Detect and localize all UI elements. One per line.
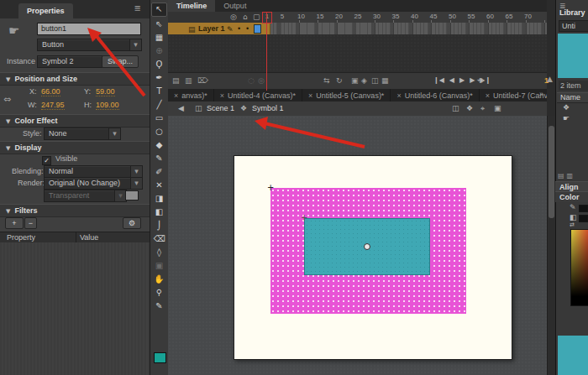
symbol-type-dropdown[interactable]: Button ▾ <box>37 39 142 51</box>
onion-markers-icon[interactable]: ◈ <box>361 76 367 85</box>
style-dropdown[interactable]: None ▾ <box>44 128 121 140</box>
bone-tool[interactable]: ✕ <box>152 179 166 191</box>
edit-multiple-frames-icon[interactable]: ◫ <box>371 76 379 85</box>
show-hide-column-icon[interactable]: ◎ <box>230 13 237 21</box>
library-item-symbol[interactable]: ❖ <box>557 102 588 113</box>
tab-properties[interactable]: Properties <box>18 3 73 18</box>
color-picker-gradient[interactable] <box>570 229 588 306</box>
ink-bottle-tool[interactable]: ◧ <box>152 206 166 218</box>
paint-bucket-tool[interactable]: ◨ <box>152 192 166 205</box>
line-tool[interactable]: ╱ <box>152 98 166 111</box>
edit-symbols-icon[interactable]: ❖ <box>466 102 473 116</box>
breadcrumb-symbol[interactable]: Symbol 1 <box>252 102 284 116</box>
next-frame-icon[interactable]: ▶ <box>470 76 475 84</box>
frame-view-icon[interactable]: ▦ <box>381 76 389 85</box>
document-tab-untitled-4-canvas-[interactable]: ×Untitled-4 (Canvas)* <box>214 89 302 102</box>
tab-output[interactable]: Output <box>215 0 255 12</box>
eraser-tool[interactable]: ⌫ <box>152 232 166 245</box>
loop-range-icon[interactable]: ⇆ <box>323 76 330 85</box>
w-value[interactable]: 247.95 <box>41 101 65 110</box>
timeline-frame-ruler[interactable]: 1510152025303540455055606570 <box>262 12 547 23</box>
swap-button[interactable]: Swap... <box>102 55 139 68</box>
scrollbar-thumb[interactable] <box>549 126 554 218</box>
instance-name-input[interactable]: button1 <box>37 23 141 35</box>
swap-colors-icon[interactable]: ⇄ <box>570 221 575 228</box>
new-layer-icon[interactable]: ▤ <box>172 76 180 85</box>
tab-timeline[interactable]: Timeline <box>168 0 215 12</box>
section-color-effect[interactable]: ▼Color Effect <box>0 114 150 128</box>
color-panel-header[interactable]: Color <box>555 191 588 202</box>
close-tab-icon[interactable]: × <box>486 91 490 100</box>
breadcrumb-scene[interactable]: Scene 1 <box>207 102 234 116</box>
oval-tool[interactable]: ○ <box>152 125 166 138</box>
stroke-color-swatch[interactable] <box>579 205 588 212</box>
y-value[interactable]: 59.00 <box>96 87 115 96</box>
render-dropdown[interactable]: Original (No Change) ▾ <box>44 177 143 190</box>
lock-column-icon[interactable]: ⌂ <box>243 13 248 21</box>
panel-menu-icon[interactable]: ≣ <box>134 3 141 13</box>
play-icon[interactable]: ▶ <box>459 76 465 84</box>
fill-color-swatch[interactable] <box>154 352 166 363</box>
clapper-icon[interactable]: ◫ <box>452 102 459 116</box>
layer1-frames-strip[interactable] <box>262 23 547 34</box>
section-filters[interactable]: ▼Filters <box>0 204 150 217</box>
h-value[interactable]: 109.00 <box>96 101 119 110</box>
layer-name[interactable]: Layer 1 <box>198 23 225 34</box>
go-to-first-frame-icon[interactable]: ❙◀ <box>433 76 444 84</box>
onion-skin-icon[interactable]: ◌ <box>248 76 255 85</box>
reset-timeline-zoom-icon[interactable]: ⟲ <box>477 76 484 85</box>
layer-visibility-dot[interactable]: • <box>238 23 240 34</box>
zoom-in-triangle-icon[interactable]: ▲ <box>547 75 553 83</box>
section-position-and-size[interactable]: ▼Position and Size <box>0 72 150 86</box>
document-tab-untitled-5-canvas-[interactable]: ×Untitled-5 (Canvas)* <box>302 89 391 102</box>
lock-aspect-icon[interactable]: ⇔ <box>3 94 11 105</box>
x-value[interactable]: 66.00 <box>41 87 60 96</box>
section-display[interactable]: ▼Display <box>0 141 150 154</box>
eyedropper-tool[interactable]: ⌡ <box>152 219 166 232</box>
layer-outline-color-swatch[interactable] <box>254 24 261 34</box>
selection-tool[interactable]: ↖ <box>151 3 167 17</box>
blending-dropdown[interactable]: Normal ▾ <box>44 165 143 178</box>
free-transform-tool[interactable]: ▦ <box>152 31 166 44</box>
zoom-tool[interactable]: ⚲ <box>152 286 166 299</box>
previous-frame-icon[interactable]: ◀ <box>449 76 454 84</box>
loop-playback-icon[interactable]: ↻ <box>336 76 343 85</box>
delete-layer-icon[interactable]: ⌦ <box>197 76 208 85</box>
rectangle-tool[interactable]: ▭ <box>152 112 166 124</box>
document-tab-anvas-[interactable]: ×anvas)* <box>168 89 214 102</box>
pencil-tool[interactable]: ✎ <box>152 152 166 164</box>
filter-options-gear-icon[interactable]: ⚙ <box>123 217 141 229</box>
fill-color-bucket-icon[interactable]: ◧ <box>570 213 577 221</box>
document-tab-untitled-6-canvas-[interactable]: ×Untitled-6 (Canvas)* <box>391 89 479 102</box>
new-folder-icon[interactable]: ▥ <box>185 76 192 85</box>
add-filter-button[interactable]: + <box>5 217 24 229</box>
instance-of-value[interactable]: Symbol 2 <box>37 55 103 68</box>
library-document-dropdown[interactable]: Unti <box>559 20 588 32</box>
width-tool[interactable]: ◊ <box>152 246 166 258</box>
text-tool[interactable]: T <box>152 85 166 97</box>
center-stage-icon[interactable]: ⌖ <box>480 102 485 116</box>
remove-filter-button[interactable]: − <box>24 217 37 229</box>
polystar-tool[interactable]: ◆ <box>152 138 166 151</box>
playhead-marker[interactable] <box>262 12 272 23</box>
close-tab-icon[interactable]: × <box>396 91 401 100</box>
close-tab-icon[interactable]: × <box>308 91 312 100</box>
library-footer-icons[interactable]: ▤▥ <box>558 172 575 180</box>
pen-tool[interactable]: ✒ <box>152 71 166 84</box>
back-button[interactable]: ◀ <box>178 102 184 116</box>
hand-tool[interactable]: ✋ <box>152 273 166 285</box>
document-tab-untitled-7-canvas-[interactable]: ×Untitled-7 (Canvas)* <box>480 89 547 102</box>
subselection-tool[interactable]: ⇖ <box>152 18 166 30</box>
playhead-line[interactable] <box>266 12 267 91</box>
close-tab-icon[interactable]: × <box>174 91 178 100</box>
lasso-tool[interactable]: Ϙ <box>152 58 166 70</box>
brush-tool[interactable]: ✐ <box>152 165 166 178</box>
clip-to-stage-icon[interactable]: ▣ <box>494 102 501 116</box>
center-frame-icon[interactable]: ▣ <box>351 76 359 85</box>
library-item-button[interactable]: ☛ <box>557 113 588 124</box>
visible-checkbox[interactable]: ✓ <box>42 156 51 165</box>
outline-column-icon[interactable]: ▢ <box>253 13 260 21</box>
layer-row-layer1[interactable]: ▤ Layer 1 ✎ • • <box>168 23 262 34</box>
close-tab-icon[interactable]: × <box>220 91 224 100</box>
onion-outline-icon[interactable]: ◎ <box>258 76 265 85</box>
